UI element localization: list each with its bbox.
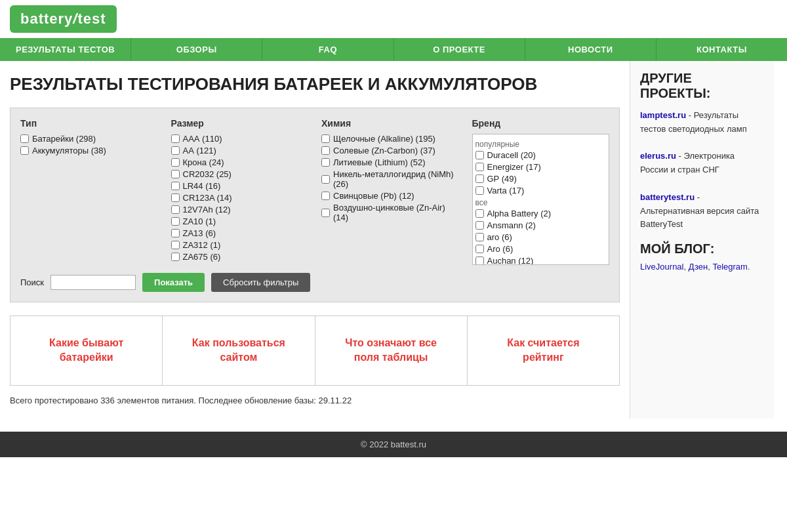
brand-scroll[interactable]: популярные Duracell (20) Energizer (17) … xyxy=(472,134,610,265)
cb-duracell[interactable] xyxy=(475,151,484,159)
cb-cr123a[interactable] xyxy=(171,194,180,202)
cb-zinc-air[interactable] xyxy=(321,209,330,217)
cb-varta[interactable] xyxy=(475,186,484,195)
cb-za13[interactable] xyxy=(171,229,180,237)
cb-12v7ah[interactable] xyxy=(171,205,180,214)
cb-krona[interactable] xyxy=(171,158,180,167)
card-line1: Как пользоваться xyxy=(192,337,285,348)
batterytest-link[interactable]: batterytest.ru xyxy=(640,192,695,202)
cb-aro-upper[interactable] xyxy=(475,245,484,253)
size-aa[interactable]: АА (121) xyxy=(171,146,309,155)
info-card-rating[interactable]: Как считается рейтинг xyxy=(468,316,619,385)
brand-varta[interactable]: Varta (17) xyxy=(475,186,607,195)
cb-za10[interactable] xyxy=(171,217,180,226)
nav-results[interactable]: РЕЗУЛЬТАТЫ ТЕСТОВ xyxy=(0,38,131,61)
chem-salt[interactable]: Солевые (Zn-Carbon) (37) xyxy=(321,146,459,155)
cb-lead[interactable] xyxy=(321,192,330,200)
brand-scroll-inner: популярные Duracell (20) Energizer (17) … xyxy=(475,140,607,265)
size-cr2032[interactable]: CR2032 (25) xyxy=(171,169,309,179)
info-cards: Какие бывают батарейки Как пользоваться … xyxy=(10,316,620,386)
checkbox-accumulators[interactable] xyxy=(20,146,29,155)
cb-aa[interactable] xyxy=(171,146,180,155)
telegram-link[interactable]: Telegram xyxy=(712,262,747,272)
batteries-label: Батарейки (298) xyxy=(32,134,96,144)
filter-brand-col: Бренд популярные Duracell (20) Energizer… xyxy=(472,118,610,265)
nav-about[interactable]: О ПРОЕКТЕ xyxy=(394,38,525,61)
cb-cr2032[interactable] xyxy=(171,170,180,178)
card-line1: Что означают все xyxy=(345,337,437,348)
card-line1: Какие бывают xyxy=(49,337,123,348)
brand-duracell[interactable]: Duracell (20) xyxy=(475,150,607,160)
footer: © 2022 battest.ru xyxy=(0,432,787,457)
brand-gp[interactable]: GP (49) xyxy=(475,174,607,184)
chem-zinc-air[interactable]: Воздушно-цинковые (Zn-Air) (14) xyxy=(321,203,459,222)
cb-za312[interactable] xyxy=(171,241,180,249)
main-wrapper: РЕЗУЛЬТАТЫ ТЕСТИРОВАНИЯ БАТАРЕЕК И АККУМ… xyxy=(0,61,787,419)
info-card-howto[interactable]: Как пользоваться сайтом xyxy=(163,316,315,385)
logo[interactable]: battery/test xyxy=(10,5,117,33)
brand-aro-lower[interactable]: aro (6) xyxy=(475,232,607,242)
dzen-link[interactable]: Дзен xyxy=(689,262,708,272)
filter-size-col: Размер ААА (110) АА (121) Крона (24) CR2… xyxy=(171,118,309,265)
size-za13[interactable]: ZA13 (6) xyxy=(171,228,309,238)
cb-ansmann[interactable] xyxy=(475,221,484,230)
reset-button[interactable]: Сбросить фильтры xyxy=(211,273,310,292)
filter-type-batteries[interactable]: Батарейки (298) xyxy=(20,134,158,144)
size-za10[interactable]: ZA10 (1) xyxy=(171,216,309,226)
cb-lr44[interactable] xyxy=(171,182,180,190)
filter-chemistry-col: Химия Щелочные (Alkaline) (195) Солевые … xyxy=(321,118,459,265)
cb-energizer[interactable] xyxy=(475,163,484,171)
accumulators-label: Аккумуляторы (38) xyxy=(32,146,106,155)
size-lr44[interactable]: LR44 (16) xyxy=(171,181,309,191)
brand-alpha[interactable]: Alpha Battery (2) xyxy=(475,209,607,218)
sidebar-projects-title: ДРУГИЕ ПРОЕКТЫ: xyxy=(640,71,764,101)
header: battery/test xyxy=(0,0,787,38)
nav-reviews[interactable]: ОБЗОРЫ xyxy=(131,38,262,61)
filter-type-accumulators[interactable]: Аккумуляторы (38) xyxy=(20,146,158,155)
cb-auchan[interactable] xyxy=(475,256,484,265)
cb-aaa[interactable] xyxy=(171,134,180,143)
nav-faq[interactable]: FAQ xyxy=(262,38,394,61)
chem-lead[interactable]: Свинцовые (Pb) (12) xyxy=(321,191,459,201)
size-za675[interactable]: ZA675 (6) xyxy=(171,252,309,262)
filter-row: Тип Батарейки (298) Аккумуляторы (38) Ра… xyxy=(20,118,609,265)
brand-popular-label: популярные xyxy=(475,140,607,149)
card-line1: Как считается xyxy=(507,337,579,348)
cb-za675[interactable] xyxy=(171,253,180,261)
info-card-fields[interactable]: Что означают все поля таблицы xyxy=(315,316,468,385)
cb-lithium[interactable] xyxy=(321,158,330,167)
size-za312[interactable]: ZA312 (1) xyxy=(171,240,309,250)
show-button[interactable]: Показать xyxy=(142,273,205,292)
card-line2: батарейки xyxy=(60,352,113,363)
info-card-types[interactable]: Какие бывают батарейки xyxy=(10,316,163,385)
content-area: РЕЗУЛЬТАТЫ ТЕСТИРОВАНИЯ БАТАРЕЕК И АККУМ… xyxy=(0,61,630,419)
brand-energizer[interactable]: Energizer (17) xyxy=(475,162,607,172)
size-12v7ah[interactable]: 12V7Ah (12) xyxy=(171,205,309,215)
cb-nimh[interactable] xyxy=(321,175,330,184)
search-input[interactable] xyxy=(50,275,136,290)
chem-lithium[interactable]: Литиевые (Lithium) (52) xyxy=(321,157,459,167)
cb-salt[interactable] xyxy=(321,146,330,155)
sidebar-blog-links: LiveJournal, Дзен, Telegram. xyxy=(640,262,764,272)
brand-ansmann[interactable]: Ansmann (2) xyxy=(475,220,607,230)
brand-auchan[interactable]: Auchan (12) xyxy=(475,256,607,265)
cb-alpha[interactable] xyxy=(475,209,484,218)
lamptest-link[interactable]: lamptest.ru xyxy=(640,110,686,120)
chem-alkaline[interactable]: Щелочные (Alkaline) (195) xyxy=(321,134,459,144)
nav-news[interactable]: НОВОСТИ xyxy=(525,38,656,61)
nav-contacts[interactable]: КОНТАКТЫ xyxy=(656,38,787,61)
livejournal-link[interactable]: LiveJournal xyxy=(640,262,684,272)
cb-aro-lower[interactable] xyxy=(475,233,484,241)
size-krona[interactable]: Крона (24) xyxy=(171,157,309,167)
cb-gp[interactable] xyxy=(475,174,484,183)
brand-aro-upper[interactable]: Aro (6) xyxy=(475,244,607,254)
checkbox-batteries[interactable] xyxy=(20,134,29,143)
elerus-link[interactable]: elerus.ru xyxy=(640,151,676,161)
size-aaa[interactable]: ААА (110) xyxy=(171,134,309,144)
cb-alkaline[interactable] xyxy=(321,134,330,143)
navigation: РЕЗУЛЬТАТЫ ТЕСТОВ ОБЗОРЫ FAQ О ПРОЕКТЕ Н… xyxy=(0,38,787,61)
size-cr123a[interactable]: CR123A (14) xyxy=(171,193,309,203)
card-line2: поля таблицы xyxy=(354,352,428,363)
chem-nimh[interactable]: Никель-металлогидрид (NiMh) (26) xyxy=(321,169,459,189)
filter-chemistry-label: Химия xyxy=(321,118,459,129)
